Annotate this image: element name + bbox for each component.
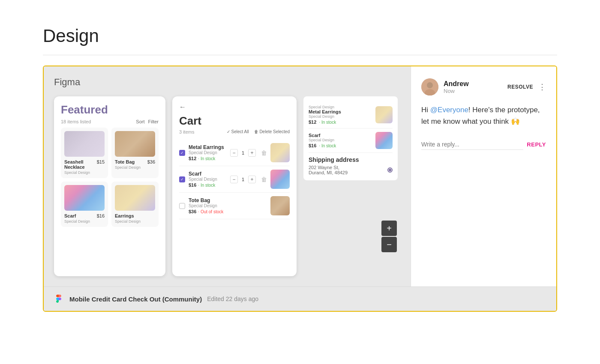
cart-item-brand: Special Design — [189, 150, 227, 155]
cart-item-price-row: $16 · In stock — [189, 182, 227, 188]
list-item[interactable]: Tote Bag $36 Special Design — [111, 128, 159, 178]
footer-edited: Edited 22 days ago — [207, 295, 258, 302]
cart-checkbox-unchecked[interactable] — [179, 203, 185, 209]
back-button[interactable]: ← — [179, 103, 290, 111]
delete-item-btn[interactable]: 🗑 — [261, 149, 267, 156]
product-price: $36 — [147, 159, 155, 164]
product-price: $16 — [97, 213, 105, 218]
cart-item-brand: Special Design — [189, 203, 267, 208]
product-image — [115, 131, 155, 157]
cart-item-image — [270, 143, 290, 162]
cart-checkbox-checked[interactable]: ✓ — [179, 150, 185, 156]
list-item[interactable]: Seashell Necklace $15 Special Design — [61, 128, 108, 178]
address-line2: Durand, MI, 48429 — [309, 170, 348, 175]
comment-mention[interactable]: @Everyone — [430, 106, 468, 114]
qty-controls: − 1 + — [230, 176, 256, 183]
resolve-button[interactable]: RESOLVE — [507, 84, 533, 90]
author-name: Andrew — [444, 80, 502, 88]
partial-stock: · In stock — [319, 143, 336, 148]
scarf-thumb — [270, 170, 290, 189]
zoom-in-button[interactable]: + — [381, 221, 397, 236]
partial-brand: Special Design — [309, 138, 372, 142]
filter-btn[interactable]: Filter — [148, 119, 159, 124]
qty-increase-btn[interactable]: + — [248, 149, 256, 157]
qty-increase-btn[interactable]: + — [248, 176, 256, 183]
cart-item-price-row: $36 · Out of stock — [189, 209, 267, 214]
product-name: Scarf — [64, 213, 76, 218]
select-all-btn[interactable]: ✓ Select All — [227, 129, 249, 134]
cart-actions: ✓ Select All 🗑 Delete Selected — [227, 129, 290, 134]
reply-button[interactable]: REPLY — [527, 141, 546, 148]
earrings-thumb — [270, 143, 290, 162]
tote-thumb — [270, 196, 290, 215]
radio-button[interactable] — [387, 167, 393, 173]
cart-item-brand: Special Design — [189, 177, 227, 182]
list-item[interactable]: Earrings Special Design — [111, 182, 159, 227]
partial-item-info: Scarf Special Design $16 · In stock — [309, 133, 372, 148]
necklace-image — [64, 131, 105, 157]
figma-label: Figma — [54, 77, 400, 88]
featured-screen: Featured 18 items listed Sort Filter — [54, 96, 165, 276]
cart-item-info: Scarf Special Design $16 · In stock — [189, 171, 227, 188]
delete-selected-btn[interactable]: 🗑 Delete Selected — [254, 129, 290, 134]
avatar-image — [421, 78, 438, 95]
cart-item-name: Tote Bag — [189, 197, 267, 203]
shipping-address: 202 Wayne St, Durand, MI, 48429 — [309, 165, 348, 175]
cart-screen: ← Cart 3 items ✓ Select All 🗑 Delete Sel… — [172, 96, 297, 276]
product-tag: Special Design — [115, 165, 155, 170]
reply-input[interactable] — [421, 139, 523, 150]
scarf-thumb-right — [375, 132, 393, 149]
list-item: Scarf Special Design $16 · In stock — [309, 128, 393, 153]
product-name: Earrings — [115, 213, 134, 218]
qty-decrease-btn[interactable]: − — [230, 149, 238, 157]
product-name-price: Earrings — [115, 213, 155, 218]
featured-subtitle: 18 items listed Sort Filter — [61, 119, 159, 124]
list-item: Tote Bag Special Design $36 · Out of sto… — [179, 193, 290, 219]
qty-decrease-btn[interactable]: − — [230, 176, 238, 183]
comment-prefix: Hi — [421, 106, 430, 114]
comment-author-info: Andrew Now — [444, 80, 502, 94]
cart-item-name: Metal Earrings — [189, 144, 227, 150]
scarf-image — [64, 185, 105, 211]
divider — [43, 55, 557, 55]
qty-value: 1 — [240, 177, 246, 182]
product-name: Seashell Necklace — [64, 159, 97, 170]
cart-item-image — [270, 196, 290, 215]
cart-item-price-row: $12 · In stock — [189, 156, 227, 161]
figma-previews: Featured 18 items listed Sort Filter — [54, 96, 400, 276]
product-tag: Special Design — [64, 219, 105, 224]
comment-time: Now — [444, 88, 502, 94]
cart-checkbox-checked[interactable]: ✓ — [179, 176, 185, 182]
earrings-image — [115, 185, 155, 211]
cart-item-image — [270, 170, 290, 189]
items-count: 18 items listed — [61, 119, 91, 124]
comment-panel: Andrew Now RESOLVE ⋮ Hi @Everyone! Here'… — [411, 66, 556, 286]
product-image — [64, 131, 105, 157]
product-name-price: Scarf $16 — [64, 213, 105, 218]
cart-item-info: Tote Bag Special Design $36 · Out of sto… — [189, 197, 267, 214]
card-content: Figma Featured 18 items listed Sort Filt… — [44, 66, 556, 286]
comment-body: Hi @Everyone! Here's the prototype, let … — [421, 104, 546, 127]
more-options-button[interactable]: ⋮ — [538, 82, 546, 92]
product-price: $15 — [97, 159, 105, 164]
card-footer: Mobile Credit Card Check Out (Community)… — [44, 286, 556, 311]
cart-item-name: Scarf — [189, 171, 227, 177]
comment-header: Andrew Now RESOLVE ⋮ — [421, 78, 546, 95]
main-card: Figma Featured 18 items listed Sort Filt… — [43, 66, 557, 312]
partial-item-info: Special Design Metal Earrings Special De… — [309, 105, 372, 125]
shipping-section: Shipping address 202 Wayne St, Durand, M… — [309, 153, 393, 175]
page-container: Design Figma Featured 18 items listed So… — [0, 0, 600, 337]
zoom-out-button[interactable]: − — [381, 237, 397, 252]
delete-item-btn[interactable]: 🗑 — [261, 176, 267, 183]
zoom-controls: + − — [381, 221, 397, 252]
list-item: Special Design Metal Earrings Special De… — [309, 101, 393, 128]
footer-filename: Mobile Credit Card Check Out (Community) — [69, 295, 202, 303]
partial-price: $12 — [309, 119, 316, 125]
product-image — [64, 185, 105, 211]
tote-image — [115, 131, 155, 157]
sort-btn[interactable]: Sort — [136, 119, 144, 124]
price-value: $36 — [189, 209, 196, 214]
list-item[interactable]: Scarf $16 Special Design — [61, 182, 108, 227]
product-name-price: Seashell Necklace $15 — [64, 159, 105, 170]
partial-item-image — [375, 106, 393, 123]
